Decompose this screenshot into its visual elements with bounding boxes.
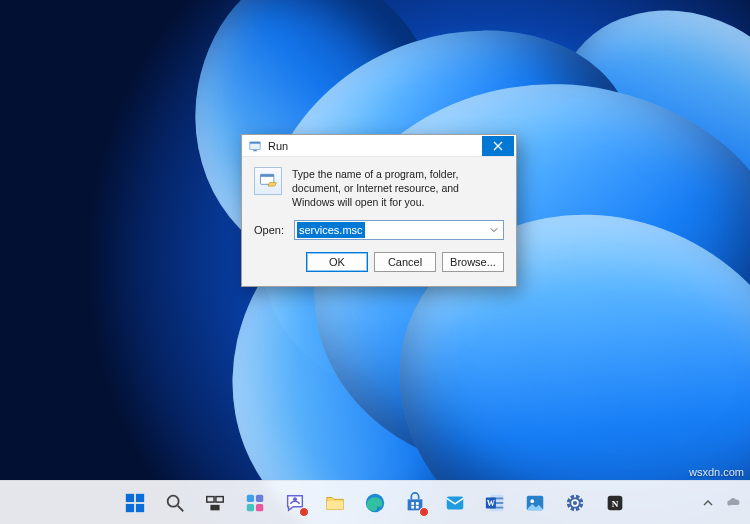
dialog-title: Run <box>268 140 482 152</box>
taskbar-mail[interactable] <box>438 486 472 520</box>
dialog-description: Type the name of a program, folder, docu… <box>292 167 504 210</box>
svg-rect-2 <box>253 150 257 151</box>
taskbar-chat[interactable] <box>278 486 312 520</box>
open-label: Open: <box>254 224 286 236</box>
run-description-icon <box>254 167 282 195</box>
cancel-button-label: Cancel <box>388 256 422 268</box>
browse-button[interactable]: Browse... <box>442 252 504 272</box>
svg-rect-18 <box>327 501 344 509</box>
close-button[interactable] <box>482 136 514 156</box>
taskbar-store[interactable] <box>398 486 432 520</box>
taskbar-word[interactable]: W <box>478 486 512 520</box>
open-input[interactable] <box>294 220 504 240</box>
windows-icon <box>124 492 146 514</box>
notification-badge <box>419 507 429 517</box>
svg-rect-24 <box>447 496 464 509</box>
svg-rect-15 <box>247 503 254 510</box>
svg-rect-10 <box>207 496 214 502</box>
taskbar: W N <box>0 480 750 524</box>
run-icon <box>248 139 262 153</box>
svg-rect-21 <box>416 502 419 505</box>
taskbar-center: W N <box>118 486 632 520</box>
svg-rect-12 <box>210 504 219 510</box>
system-tray <box>700 481 742 524</box>
widgets-icon <box>244 492 266 514</box>
dialog-button-row: OK Cancel Browse... <box>254 252 504 274</box>
svg-rect-13 <box>247 494 254 501</box>
mail-icon <box>444 492 466 514</box>
svg-rect-14 <box>256 494 263 501</box>
svg-text:W: W <box>487 498 496 507</box>
svg-rect-22 <box>411 505 414 508</box>
taskbar-search[interactable] <box>158 486 192 520</box>
taskbar-photos[interactable] <box>518 486 552 520</box>
watermark-text: wsxdn.com <box>689 466 744 478</box>
svg-rect-5 <box>126 493 134 501</box>
task-view-icon <box>204 492 226 514</box>
run-dialog: Run Type the name of a program, folder, … <box>241 134 517 287</box>
svg-rect-20 <box>411 502 414 505</box>
svg-rect-1 <box>250 141 261 143</box>
taskbar-task-view[interactable] <box>198 486 232 520</box>
svg-rect-23 <box>416 505 419 508</box>
ok-button-label: OK <box>329 256 345 268</box>
app-icon: N <box>604 492 626 514</box>
tray-chevron-up-icon[interactable] <box>700 495 716 511</box>
svg-point-32 <box>530 499 534 503</box>
taskbar-start[interactable] <box>118 486 152 520</box>
photos-icon <box>524 492 546 514</box>
taskbar-widgets[interactable] <box>238 486 272 520</box>
taskbar-edge[interactable] <box>358 486 392 520</box>
svg-rect-4 <box>261 174 274 177</box>
browse-button-label: Browse... <box>450 256 496 268</box>
svg-rect-16 <box>256 503 263 510</box>
svg-rect-11 <box>216 496 223 502</box>
svg-rect-6 <box>136 493 144 501</box>
svg-rect-8 <box>136 503 144 511</box>
svg-rect-7 <box>126 503 134 511</box>
cancel-button[interactable]: Cancel <box>374 252 436 272</box>
open-combobox[interactable]: services.msc <box>294 220 504 240</box>
svg-point-9 <box>168 495 179 506</box>
gear-icon <box>564 492 586 514</box>
folder-icon <box>324 492 346 514</box>
titlebar[interactable]: Run <box>242 135 516 157</box>
taskbar-file-explorer[interactable] <box>318 486 352 520</box>
taskbar-settings[interactable] <box>558 486 592 520</box>
taskbar-app-extra[interactable]: N <box>598 486 632 520</box>
svg-text:N: N <box>612 498 619 508</box>
chevron-down-icon[interactable] <box>486 222 502 238</box>
edge-icon <box>364 492 386 514</box>
notification-badge <box>299 507 309 517</box>
onedrive-icon[interactable] <box>726 495 742 511</box>
search-icon <box>164 492 186 514</box>
word-icon: W <box>484 492 506 514</box>
ok-button[interactable]: OK <box>306 252 368 272</box>
